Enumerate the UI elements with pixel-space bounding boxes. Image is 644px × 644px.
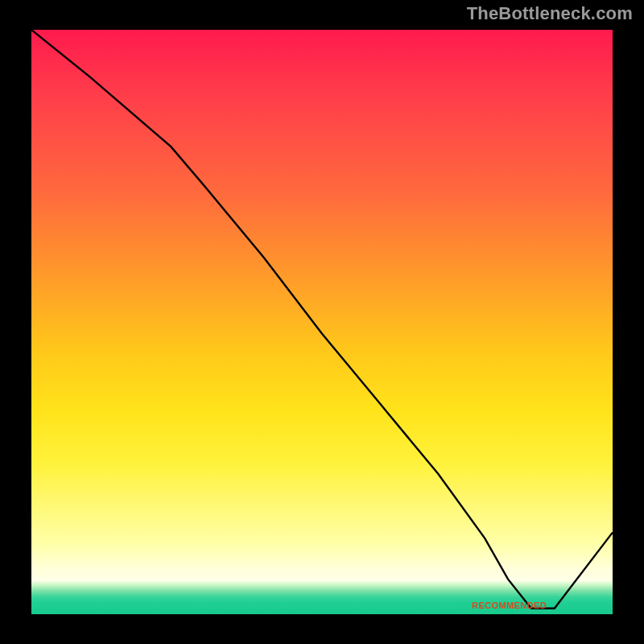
annotation-recommended: RECOMMENDED — [472, 601, 547, 610]
plot-area: RECOMMENDED — [31, 30, 613, 614]
watermark-text: TheBottleneck.com — [467, 3, 633, 24]
chart-frame: TheBottleneck.com RECOMMENDED — [0, 0, 644, 644]
line-series — [31, 30, 613, 614]
plot-border: RECOMMENDED — [26, 24, 618, 620]
curve-path — [31, 30, 613, 609]
